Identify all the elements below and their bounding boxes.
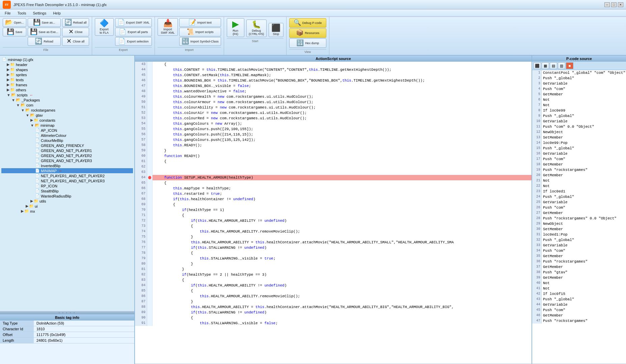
breakpoint-dot[interactable] [147, 153, 153, 159]
pcode-tb-btn-4[interactable]: ▥ [558, 62, 565, 69]
breakpoint-dot[interactable] [147, 186, 153, 191]
breakpoint-dot[interactable] [147, 277, 153, 283]
save-button[interactable]: 💾Save [3, 28, 26, 36]
tree-item-GREEN_AND_NET_PLAYER2[interactable]: 📄GREEN_AND_NET_PLAYER2 [1, 153, 133, 158]
pcode-tb-btn-5[interactable]: ■ [566, 62, 573, 69]
breakpoint-dot[interactable] [147, 250, 153, 256]
tree-item-header[interactable]: ▶📁header [1, 62, 133, 67]
save-as-button[interactable]: 💾Save as... [28, 18, 61, 27]
tree-item-shapes[interactable]: ▶📁shapes [1, 67, 133, 72]
tree-item-_Packages[interactable]: ▼📂_Packages [1, 97, 133, 102]
breakpoint-dot[interactable] [147, 121, 153, 126]
tree-item-com[interactable]: ▼📂com [1, 102, 133, 108]
breakpoint-dot[interactable] [147, 261, 153, 267]
tree-item-mx[interactable]: ▶📁mx [1, 209, 133, 214]
tree-item-sprites[interactable]: ▶📁sprites [1, 72, 133, 77]
tree-item-AP_ICON[interactable]: 📄AP_ICON [1, 128, 133, 133]
breakpoint-dot[interactable] [147, 202, 153, 207]
pcode-tb-btn-3[interactable]: ▤ [550, 62, 557, 69]
breakpoint-dot[interactable] [147, 137, 153, 143]
breakpoint-dot[interactable] [147, 164, 153, 170]
hex-dump-button[interactable]: 🔢Hex dump [289, 38, 326, 48]
breakpoint-dot[interactable] [147, 256, 153, 261]
breakpoint-dot[interactable] [147, 240, 153, 245]
breakpoint-dot[interactable] [147, 148, 153, 153]
code-editor[interactable]: 43 {44 this.CONTENT = this.TIMELINE.atta… [135, 62, 532, 364]
breakpoint-dot[interactable] [147, 294, 153, 299]
breakpoint-dot[interactable] [147, 110, 153, 116]
resources-button[interactable]: 📦Resources [289, 28, 326, 38]
breakpoint-dot[interactable] [147, 315, 153, 321]
breakpoint-dot[interactable] [147, 78, 153, 83]
breakpoint-dot[interactable] [147, 310, 153, 315]
export-selection-button[interactable]: 📄Export selection [115, 37, 152, 46]
breakpoint-dot[interactable] [147, 116, 153, 121]
breakpoint-dot[interactable] [147, 126, 153, 132]
minimize-button[interactable]: ─ [604, 2, 610, 7]
breakpoint-dot[interactable] [147, 72, 153, 78]
import-scripts-button[interactable]: 📜Import scripts [179, 28, 221, 36]
tree-item-gtav[interactable]: ▼📂gtav [1, 113, 133, 118]
breakpoint-dot[interactable] [147, 143, 153, 148]
tree-resize-handle[interactable]: • • • • • [0, 311, 134, 314]
tree-item-ui[interactable]: ▶📁ui [1, 204, 133, 209]
tree-item-GREEN_AND_FRIENDLY[interactable]: 📄GREEN_AND_FRIENDLY [1, 143, 133, 148]
tree-item-StealthBlip[interactable]: 📄StealthBlip [1, 188, 133, 193]
breakpoint-dot[interactable] [147, 218, 153, 223]
breakpoint-dot[interactable] [147, 191, 153, 196]
close-all-button[interactable]: ✕Close all [62, 37, 89, 46]
breakpoint-dot[interactable] [147, 67, 153, 72]
save-as-exe-button[interactable]: 💾Save as Exe... [28, 28, 61, 36]
tree-item-utils[interactable]: ▶📁utils [1, 199, 133, 204]
breakpoint-dot[interactable] [147, 132, 153, 137]
breakpoint-dot[interactable] [147, 159, 153, 164]
breakpoint-dot[interactable] [147, 272, 153, 277]
breakpoint-dot[interactable] [147, 213, 153, 218]
tree-item-AltimeterColour[interactable]: 📄AltimeterColour [1, 133, 133, 138]
breakpoint-dot[interactable] [147, 283, 153, 288]
reload-all-button[interactable]: 🔄Reload all [62, 18, 89, 27]
import-symbol-class-button[interactable]: 🔣Import Symbol-Class [179, 37, 221, 46]
breakpoint-dot[interactable] [147, 245, 153, 250]
tree-item-rockstargames[interactable]: ▼📂rockstargames [1, 108, 133, 113]
menu-file[interactable]: File [1, 10, 14, 16]
breakpoint-dot[interactable] [147, 94, 153, 99]
close-button[interactable]: ✕ [618, 2, 623, 7]
breakpoint-dot[interactable] [147, 99, 153, 105]
tree-item-scripts[interactable]: ▼📂scripts← [1, 92, 133, 97]
breakpoint-dot[interactable] [147, 105, 153, 110]
breakpoint-dot[interactable] [147, 89, 153, 94]
breakpoint-dot[interactable] [147, 62, 153, 67]
breakpoint-dot[interactable] [147, 234, 153, 240]
breakpoint-dot[interactable] [147, 223, 153, 229]
breakpoint-dot[interactable] [147, 267, 153, 272]
breakpoint-dot[interactable] [147, 180, 153, 186]
debug-button[interactable]: 🐛 Debug(CTRL+F5) [246, 20, 267, 37]
export-to-fla-button[interactable]: 🔷 Exportto FLA [95, 18, 114, 36]
tree-item-constants[interactable]: ▶📁constants [1, 118, 133, 123]
breakpoint-dot[interactable] [147, 299, 153, 304]
pcode-editor[interactable]: 1ConstantPool "_global" "com" "Object" "… [532, 70, 626, 364]
tree-item-frames[interactable]: ▶📁frames [1, 82, 133, 87]
tree-item-MINIMAP[interactable]: 📄MINIMAP← [1, 168, 133, 173]
export-all-parts-button[interactable]: 📄Export all parts [115, 28, 152, 36]
tree-item-minimap[interactable]: ▼📂minimap [1, 123, 133, 128]
breakpoint-dot[interactable] [147, 207, 153, 213]
tree-item-NET_PLAYER1_AND_NET_PLAYER3[interactable]: 📄NET_PLAYER1_AND_NET_PLAYER3 [1, 178, 133, 183]
tree-item-InvertedBlip[interactable]: 📄InvertedBlip [1, 163, 133, 168]
tree-item-NET_PLAYER1_AND_NET_PLAYER2[interactable]: 📄NET_PLAYER1_AND_NET_PLAYER2 [1, 173, 133, 178]
tree-item-GREEN_AND_NET_PLAYER3[interactable]: 📄GREEN_AND_NET_PLAYER3 [1, 158, 133, 163]
reload-button[interactable]: 🔄Reload [28, 37, 61, 46]
pcode-tb-btn-1[interactable]: ⬛ [534, 62, 541, 69]
breakpoint-dot[interactable] [147, 170, 153, 175]
tree-item-others[interactable]: ▶📁others [1, 87, 133, 92]
tree-item-RP_ICON[interactable]: 📄RP_ICON [1, 183, 133, 188]
menu-tools[interactable]: Tools [14, 10, 30, 16]
stop-button[interactable]: ⬛ Stop [269, 23, 283, 37]
open-button[interactable]: 📂Open... [3, 18, 26, 27]
tree-item-ColourMeBlip[interactable]: 📄ColourMeBlip [1, 138, 133, 143]
debug-pcode-button[interactable]: 🔍Debug P-code [289, 18, 326, 28]
file-tree[interactable]: 📄minimap (1).gfx▶📁header▶📁shapes▶📁sprite… [0, 56, 134, 311]
tree-item-WantedRadiusBlip[interactable]: 📄WantedRadiusBlip [1, 193, 133, 199]
breakpoint-dot[interactable] [147, 83, 153, 89]
